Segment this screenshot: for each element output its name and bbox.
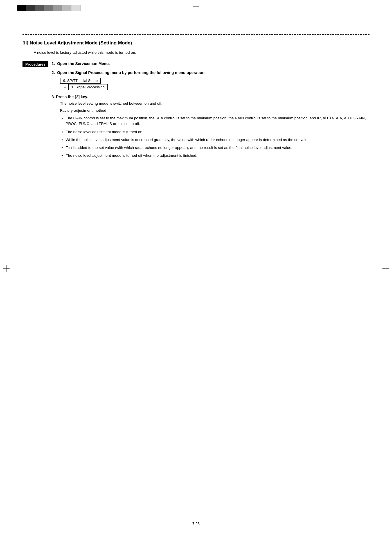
corner-mark-top-left	[5, 5, 13, 14]
gradient-seg-6	[62, 5, 71, 11]
step-2-number: 2.	[52, 70, 57, 75]
section-title: [II] Noise Level Adjustment Mode (Settin…	[22, 40, 370, 46]
gradient-seg-7	[71, 5, 80, 11]
gradient-seg-4	[44, 5, 53, 11]
step-2-label: Open the Signal Processing menu by perfo…	[57, 70, 206, 75]
page-number: 7-23	[192, 522, 200, 526]
gradient-seg-5	[53, 5, 62, 11]
crosshair-bottom	[193, 527, 199, 534]
gradient-seg-3	[35, 5, 44, 11]
menu-nav-row-1: 9. SP/TT Initial Setup	[60, 78, 370, 84]
crosshair-left	[3, 265, 10, 272]
bullet-item-2: The noise level adjustment mode is turne…	[66, 129, 370, 135]
bullet-item-5: The noise level adjustment mode is turne…	[66, 153, 370, 158]
step-3: 3. Press the [2] key. The noise level se…	[52, 95, 370, 159]
step-2: 2. Open the Signal Processing menu by pe…	[52, 70, 370, 90]
menu-item-1: 9. SP/TT Initial Setup	[60, 78, 101, 84]
crosshair-right	[382, 265, 389, 272]
menu-navigation: 9. SP/TT Initial Setup → 1. Signal Proce…	[60, 78, 370, 90]
menu-item-2: 1. Signal Processing	[68, 84, 108, 90]
menu-nav-row-2: → 1. Signal Processing	[63, 84, 370, 90]
bullet-item-3: While the noise level adjustment value i…	[66, 137, 370, 143]
step-2-text: 2. Open the Signal Processing menu by pe…	[52, 70, 370, 75]
gradient-bar	[17, 5, 90, 11]
step-1: 1. Open the Serviceman Menu.	[52, 61, 370, 66]
corner-mark-bottom-right	[379, 523, 387, 532]
bullet-list: The GAIN control is set to the maximum p…	[66, 115, 370, 159]
procedures-label: Procedures	[22, 61, 48, 67]
step3-sub-para-1: The noise level setting mode is switched…	[60, 101, 370, 106]
intro-paragraph: A noise level is factory-adjusted while …	[34, 50, 370, 55]
corner-mark-bottom-left	[5, 523, 13, 532]
corner-mark-top-right	[379, 5, 387, 14]
dashed-separator	[22, 34, 370, 35]
bullet-item-1: The GAIN control is set to the maximum p…	[66, 115, 370, 127]
gradient-seg-2	[26, 5, 35, 11]
gradient-seg-1	[17, 5, 26, 11]
gradient-seg-8	[80, 5, 90, 11]
step-1-number: 1.	[52, 61, 57, 66]
step-1-text: 1. Open the Serviceman Menu.	[52, 61, 370, 66]
procedures-section: Procedures 1. Open the Serviceman Menu. …	[22, 61, 370, 163]
step3-sub-para-2: Factory-adjustment method	[60, 108, 370, 113]
crosshair-top	[193, 3, 199, 10]
step-3-number: 3.	[52, 95, 56, 99]
step-1-label: Open the Serviceman Menu.	[57, 61, 110, 66]
main-content: [II] Noise Level Adjustment Mode (Settin…	[22, 34, 370, 514]
page: [II] Noise Level Adjustment Mode (Settin…	[0, 0, 392, 537]
step-3-label: Press the [2] key.	[56, 95, 88, 99]
procedures-steps: 1. Open the Serviceman Menu. 2. Open the…	[52, 61, 370, 163]
bullet-item-4: Ten is added to the set value (with whic…	[66, 145, 370, 151]
menu-arrow-icon: →	[64, 85, 67, 89]
step-3-text: 3. Press the [2] key.	[52, 95, 370, 99]
